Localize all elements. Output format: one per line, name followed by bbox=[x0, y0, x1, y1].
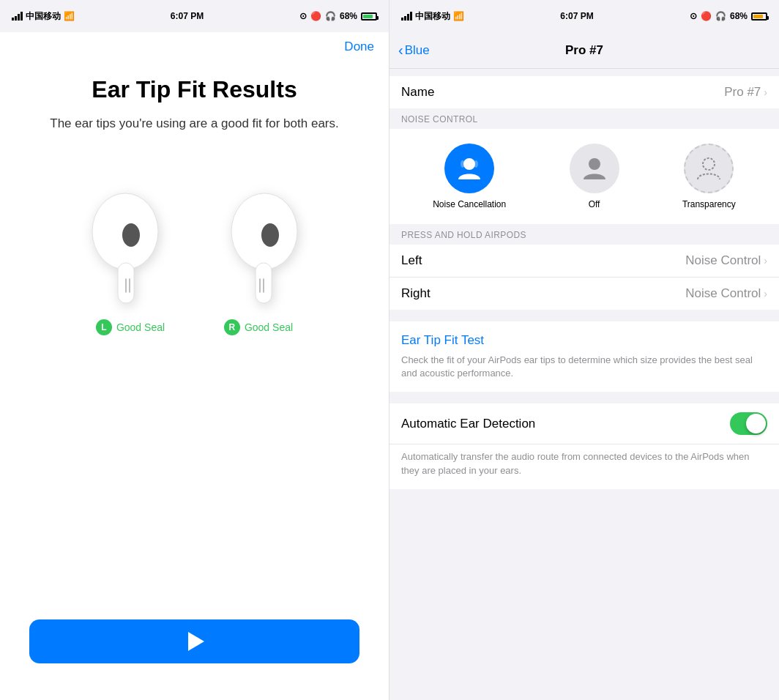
signal-icon-right bbox=[401, 12, 412, 21]
noise-options-row: Noise Cancellation Off bbox=[401, 144, 767, 209]
noise-cancellation-icon bbox=[444, 144, 494, 193]
name-value-wrap: Pro #7 › bbox=[724, 85, 767, 100]
left-seal-circle: L bbox=[96, 319, 112, 335]
toggle-knob bbox=[746, 414, 766, 433]
right-panel: 中国移动 📶 6:07 PM ⊙ 🔴 🎧 68% ‹ Blue Pro #7 N… bbox=[390, 0, 779, 700]
status-bar-right: 中国移动 📶 6:07 PM ⊙ 🔴 🎧 68% bbox=[390, 0, 779, 32]
back-button[interactable]: ‹ Blue bbox=[398, 42, 430, 59]
right-airpod-wrap: R Good Seal bbox=[206, 176, 312, 335]
carrier-time-left: 中国移动 📶 bbox=[12, 10, 75, 23]
back-label: Blue bbox=[405, 43, 430, 58]
done-button[interactable]: Done bbox=[344, 40, 374, 54]
left-seal-badge: L Good Seal bbox=[96, 319, 165, 335]
name-chevron-icon: › bbox=[764, 86, 767, 98]
right-row-label: Right bbox=[401, 286, 430, 301]
right-row-value-wrap: Noise Control › bbox=[685, 286, 767, 301]
result-title: Ear Tip Fit Results bbox=[92, 76, 297, 103]
time-right: 6:07 PM bbox=[560, 11, 593, 21]
ear-tip-link[interactable]: Ear Tip Fit Test bbox=[401, 333, 767, 348]
svg-point-13 bbox=[461, 160, 465, 168]
battery-right: 68% bbox=[730, 11, 748, 21]
left-seal-text: Good Seal bbox=[116, 321, 165, 333]
left-panel: 中国移动 📶 6:07 PM ⊙ 🔴 🎧 68% Done Ear Tip Fi… bbox=[0, 0, 390, 700]
play-button-container bbox=[29, 619, 359, 663]
auto-detect-label: Automatic Ear Detection bbox=[401, 417, 535, 431]
chevron-left-icon: ‹ bbox=[398, 42, 403, 59]
carrier-left: 中国移动 bbox=[26, 10, 61, 23]
ear-tip-desc: Check the fit of your AirPods ear tips t… bbox=[401, 354, 767, 380]
off-option[interactable]: Off bbox=[570, 144, 619, 209]
left-airpod-wrap: L Good Seal bbox=[78, 176, 184, 335]
person-noise-icon bbox=[455, 154, 483, 182]
wifi-icon: 📶 bbox=[64, 11, 75, 21]
battery-left: 68% bbox=[340, 11, 357, 21]
signal-icon bbox=[12, 12, 23, 21]
left-row-chevron-icon: › bbox=[764, 255, 767, 267]
spacer-mid bbox=[390, 310, 779, 321]
spacer-bottom bbox=[390, 489, 779, 511]
headphone-icon: 🎧 bbox=[325, 11, 336, 21]
left-noise-control-value: Noise Control bbox=[685, 253, 761, 268]
right-seal-text: Good Seal bbox=[245, 321, 293, 333]
auto-detect-section: Automatic Ear Detection Automatically tr… bbox=[390, 403, 779, 488]
name-value: Pro #7 bbox=[724, 85, 761, 100]
nav-bar: ‹ Blue Pro #7 bbox=[390, 32, 779, 69]
battery-icon-right bbox=[751, 12, 767, 21]
svg-point-15 bbox=[589, 158, 600, 170]
press-hold-section-header: PRESS AND HOLD AIRPODS bbox=[390, 224, 779, 245]
left-row-label: Left bbox=[401, 253, 422, 268]
auto-detect-desc: Automatically transfer the audio route f… bbox=[390, 444, 779, 488]
noise-cancellation-label: Noise Cancellation bbox=[433, 199, 506, 209]
play-button[interactable] bbox=[29, 619, 359, 663]
left-row[interactable]: Left Noise Control › bbox=[390, 245, 779, 278]
svg-point-8 bbox=[261, 223, 279, 247]
off-icon bbox=[570, 144, 619, 193]
screen-record-icon-right: ⊙ bbox=[690, 11, 697, 21]
status-bar-left: 中国移动 📶 6:07 PM ⊙ 🔴 🎧 68% bbox=[0, 0, 389, 32]
spacer-top bbox=[390, 69, 779, 76]
svg-point-14 bbox=[474, 160, 478, 168]
right-airpod-svg bbox=[206, 176, 312, 312]
off-label: Off bbox=[589, 199, 600, 209]
noise-control-options: Noise Cancellation Off bbox=[390, 129, 779, 224]
carrier-label-right: 中国移动 bbox=[415, 10, 450, 23]
time-left: 6:07 PM bbox=[171, 11, 204, 21]
auto-detect-row: Automatic Ear Detection bbox=[390, 403, 779, 444]
airpods-illustration: L Good Seal bbox=[78, 162, 312, 350]
person-transparency-icon bbox=[695, 154, 723, 182]
right-row[interactable]: Right Noise Control › bbox=[390, 278, 779, 310]
right-row-chevron-icon: › bbox=[764, 288, 767, 299]
name-label: Name bbox=[401, 85, 434, 100]
press-hold-section: Left Noise Control › Right Noise Control… bbox=[390, 245, 779, 310]
carrier-right: 中国移动 📶 bbox=[401, 10, 464, 23]
dnd-icon-right: 🔴 bbox=[701, 11, 712, 21]
svg-point-2 bbox=[122, 223, 140, 247]
ear-tip-section: Ear Tip Fit Test Check the fit of your A… bbox=[390, 321, 779, 392]
noise-control-section-header: NOISE CONTROL bbox=[390, 108, 779, 129]
left-row-value-wrap: Noise Control › bbox=[685, 253, 767, 268]
dnd-icon: 🔴 bbox=[310, 11, 321, 21]
right-seal-circle: R bbox=[224, 319, 240, 335]
headphone-icon-right: 🎧 bbox=[715, 11, 726, 21]
person-off-icon bbox=[581, 154, 608, 182]
noise-cancellation-option[interactable]: Noise Cancellation bbox=[433, 144, 506, 209]
svg-point-16 bbox=[703, 158, 715, 170]
transparency-option[interactable]: Transparency bbox=[682, 144, 736, 209]
right-noise-control-value: Noise Control bbox=[685, 286, 761, 301]
status-icons-right: ⊙ 🔴 🎧 68% bbox=[690, 11, 767, 21]
transparency-label: Transparency bbox=[682, 199, 736, 209]
name-section: Name Pro #7 › bbox=[390, 76, 779, 108]
page-title: Pro #7 bbox=[565, 43, 603, 58]
status-icons-left: ⊙ 🔴 🎧 68% bbox=[299, 11, 377, 21]
wifi-icon-right: 📶 bbox=[453, 11, 464, 21]
name-row[interactable]: Name Pro #7 › bbox=[390, 76, 779, 108]
play-icon bbox=[188, 632, 204, 651]
result-subtitle: The ear tips you're using are a good fit… bbox=[50, 115, 338, 133]
right-seal-badge: R Good Seal bbox=[224, 319, 293, 335]
left-content: Ear Tip Fit Results The ear tips you're … bbox=[0, 32, 389, 365]
screen-record-icon: ⊙ bbox=[299, 11, 307, 21]
transparency-icon bbox=[684, 144, 734, 193]
svg-point-12 bbox=[463, 158, 475, 170]
auto-detect-toggle[interactable] bbox=[730, 412, 767, 435]
left-airpod-svg bbox=[78, 176, 184, 312]
